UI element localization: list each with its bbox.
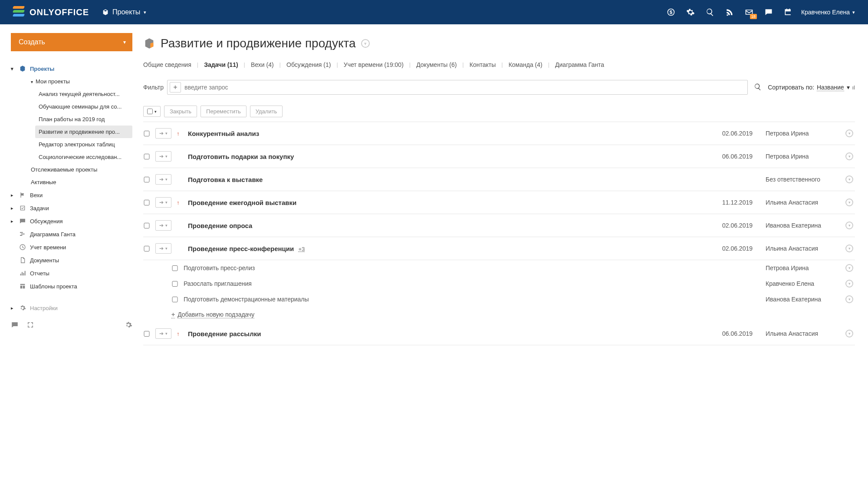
bulk-close-button[interactable]: Закрыть	[164, 106, 197, 117]
sidebar-item-milestones[interactable]: Вехи	[11, 188, 132, 202]
sidebar-item-projects[interactable]: Проекты	[11, 62, 132, 75]
task-menu-button[interactable]: ▾	[845, 245, 855, 252]
task-checkbox[interactable]	[143, 200, 150, 205]
task-checkbox[interactable]	[143, 154, 150, 159]
add-subtask-button[interactable]: + Добавить новую подзадачу	[171, 307, 855, 322]
tab-team[interactable]: Команда (4)	[509, 59, 542, 70]
project-item[interactable]: Социологические исследован...	[35, 151, 132, 163]
task-menu-button[interactable]: ▾	[845, 175, 855, 183]
sidebar-item-active[interactable]: Активные	[26, 176, 132, 188]
bulk-move-button[interactable]: Переместить	[201, 106, 247, 117]
tab-overview[interactable]: Общие сведения	[143, 59, 191, 70]
task-move-button[interactable]: ➔ ▾	[155, 197, 171, 208]
subtask-count[interactable]: +3	[298, 246, 305, 252]
gantt-icon	[19, 230, 26, 238]
task-checkbox[interactable]	[143, 331, 150, 337]
task-move-button[interactable]: ➔ ▾	[155, 174, 171, 185]
check-icon	[19, 204, 26, 212]
task-title[interactable]: Конкурентный анализ	[188, 130, 704, 137]
present-icon[interactable]: $	[667, 8, 675, 17]
brand-logo[interactable]: ONLYOFFICE	[13, 6, 89, 18]
chat-icon[interactable]	[764, 8, 773, 17]
task-menu-button[interactable]: ▾	[845, 198, 855, 206]
select-all-checkbox[interactable]: ▾	[143, 106, 161, 117]
sidebar-item-time[interactable]: Учет времени	[11, 241, 132, 254]
sidebar-item-my-projects[interactable]: Мои проекты	[26, 75, 132, 88]
project-item[interactable]: Редактор электроных таблиц	[35, 138, 132, 151]
subtask-checkbox[interactable]	[171, 297, 178, 302]
title-dropdown-icon[interactable]: ▾	[361, 39, 370, 48]
search-icon[interactable]	[706, 8, 714, 17]
task-menu-button[interactable]: ▾	[845, 152, 855, 160]
subtask-menu-button[interactable]: ▾	[845, 264, 855, 272]
sidebar-item-templates[interactable]: Шаблоны проекта	[11, 280, 132, 293]
task-title[interactable]: Проведение ежегодной выставки	[188, 199, 704, 206]
project-item-active[interactable]: Развитие и продвижение про...	[35, 126, 132, 138]
task-menu-button[interactable]: ▾	[845, 129, 855, 137]
sidebar-item-gantt[interactable]: Диаграмма Ганта	[11, 228, 132, 241]
gear-icon[interactable]	[125, 321, 132, 329]
tab-discussions[interactable]: Обсуждения (1)	[286, 59, 331, 70]
calendar-icon[interactable]	[784, 8, 792, 17]
module-selector[interactable]: Проекты ▾	[102, 8, 146, 16]
project-tabs: Общие сведения| Задачи (11)| Вехи (4)| О…	[143, 59, 855, 70]
sidebar-item-docs[interactable]: Документы	[11, 254, 132, 267]
subtask-block: Подготовить пресс-релиз Петрова Ирина ▾ …	[143, 260, 855, 322]
sidebar-item-tracked[interactable]: Отслеживаемые проекты	[26, 163, 132, 176]
task-title[interactable]: Проведение пресс-конференции +3	[188, 245, 704, 252]
current-user[interactable]: Кравченко Елена ▾	[801, 9, 855, 16]
task-checkbox[interactable]	[143, 223, 150, 228]
task-title[interactable]: Подготовка к выставке	[188, 176, 704, 183]
sort-order-icon[interactable]: ıl	[852, 84, 855, 91]
chat-icon[interactable]	[11, 321, 19, 329]
bulk-delete-button[interactable]: Удалить	[250, 106, 283, 117]
subtask-checkbox[interactable]	[171, 281, 178, 287]
task-move-button[interactable]: ➔ ▾	[155, 243, 171, 254]
task-date: 11.12.2019	[709, 199, 753, 206]
tab-milestones[interactable]: Вехи (4)	[251, 59, 274, 70]
task-move-button[interactable]: ➔ ▾	[155, 128, 171, 139]
task-checkbox[interactable]	[143, 246, 150, 251]
project-item[interactable]: Обучающие семинары для со...	[35, 100, 132, 113]
subtask-checkbox[interactable]	[171, 265, 178, 271]
expand-icon[interactable]	[26, 321, 34, 329]
project-item[interactable]: Анализ текущей деятельност...	[35, 88, 132, 100]
create-button[interactable]: Создать	[11, 33, 132, 51]
task-menu-button[interactable]: ▾	[845, 330, 855, 337]
task-menu-button[interactable]: ▾	[845, 222, 855, 229]
sort-direction-icon[interactable]: ▾	[847, 84, 850, 91]
task-move-button[interactable]: ➔ ▾	[155, 151, 171, 162]
task-row: ➔ ▾ ↑ Конкурентный анализ 02.06.2019 Пет…	[143, 122, 855, 145]
tab-time[interactable]: Учет времени (19:00)	[344, 59, 404, 70]
subtask-menu-button[interactable]: ▾	[845, 295, 855, 303]
task-checkbox[interactable]	[143, 177, 150, 182]
sidebar-item-reports[interactable]: Отчеты	[11, 267, 132, 280]
sort-control[interactable]: Сортировать по: Название ▾ ıl	[768, 84, 855, 91]
subtask-menu-button[interactable]: ▾	[845, 280, 855, 288]
tab-contacts[interactable]: Контакты	[470, 59, 496, 70]
subtask-title[interactable]: Подготовить пресс-релиз	[184, 265, 753, 271]
task-move-button[interactable]: ➔ ▾	[155, 220, 171, 231]
filter-input[interactable]	[184, 84, 747, 91]
sidebar-item-settings[interactable]: Настройки	[11, 301, 132, 314]
filter-search-button[interactable]	[751, 83, 764, 92]
tab-tasks[interactable]: Задачи (11)	[204, 59, 238, 70]
sidebar-item-tasks[interactable]: Задачи	[11, 202, 132, 215]
tab-docs[interactable]: Документы (6)	[416, 59, 457, 70]
gear-icon[interactable]	[686, 8, 695, 17]
filter-row: Фильтр + Сортировать по: Название ▾ ıl	[143, 80, 855, 95]
subtask-title[interactable]: Подготовить демонстрационные материалы	[184, 296, 753, 303]
mail-icon[interactable]: 18	[745, 8, 753, 17]
task-checkbox[interactable]	[143, 131, 150, 136]
feed-icon[interactable]	[725, 8, 734, 17]
task-title[interactable]: Проведение опроса	[188, 222, 704, 229]
subtask-title[interactable]: Разослать приглашения	[184, 280, 753, 287]
task-title[interactable]: Проведение рассылки	[188, 330, 704, 337]
filter-add-button[interactable]: +	[170, 82, 181, 93]
sidebar-item-discussions[interactable]: Обсуждения	[11, 215, 132, 228]
tab-gantt[interactable]: Диаграмма Ганта	[555, 59, 604, 70]
subtask-assignee: Иванова Екатерина	[758, 296, 840, 303]
task-move-button[interactable]: ➔ ▾	[155, 328, 171, 339]
project-item[interactable]: План работы на 2019 год	[35, 113, 132, 126]
task-title[interactable]: Подготовить подарки за покупку	[188, 153, 704, 160]
